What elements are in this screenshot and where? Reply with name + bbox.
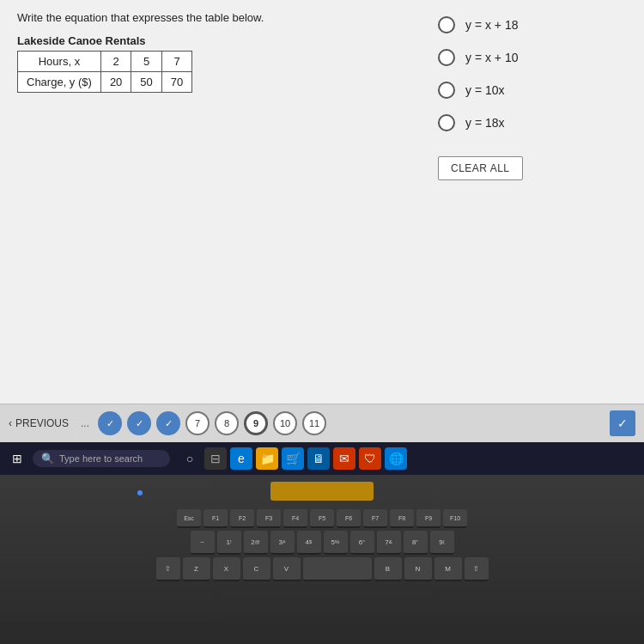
radio-3[interactable]: [438, 82, 455, 99]
charge-50: 50: [131, 72, 161, 93]
table-title: Lakeside Canoe Rentals: [17, 34, 404, 47]
key-4[interactable]: 4$: [297, 531, 321, 555]
canoe-table: Hours, x 2 5 7 Charge, y ($) 20 50 70: [17, 51, 192, 93]
question-area: Write the equation that expresses the ta…: [0, 0, 644, 404]
key-f9[interactable]: F9: [416, 509, 440, 528]
option-4[interactable]: y = 18x: [438, 111, 627, 135]
key-6[interactable]: 6^: [350, 531, 374, 555]
key-f1[interactable]: F1: [204, 509, 228, 528]
security-icon[interactable]: 🛡: [359, 447, 381, 470]
option-3-label: y = 10x: [465, 83, 505, 97]
search-icon: 🔍: [41, 453, 54, 465]
key-v[interactable]: V: [273, 557, 301, 581]
key-f5[interactable]: F5: [310, 509, 334, 528]
key-rshift[interactable]: ⇧: [465, 557, 489, 581]
key-c[interactable]: C: [243, 557, 270, 581]
left-panel: Write the equation that expresses the ta…: [0, 0, 421, 404]
header-2: 2: [100, 52, 131, 72]
nav-bubble-9[interactable]: 9: [244, 411, 268, 435]
nav-bubble-10[interactable]: 10: [273, 411, 297, 435]
cortana-icon[interactable]: ○: [179, 447, 201, 470]
next-button[interactable]: ✓: [610, 410, 635, 436]
radio-4[interactable]: [438, 114, 455, 131]
clear-all-button[interactable]: CLEAR ALL: [438, 156, 523, 180]
keyboard: Esc F1 F2 F3 F4 F5 F6 F7 F8 F9 F10 ~ 1! …: [0, 509, 644, 644]
windows-icon[interactable]: 🖥: [307, 447, 330, 470]
option-1[interactable]: y = x + 18: [438, 13, 627, 37]
laptop-body: Esc F1 F2 F3 F4 F5 F6 F7 F8 F9 F10 ~ 1! …: [0, 475, 644, 644]
option-4-label: y = 18x: [465, 116, 505, 130]
radio-2[interactable]: [438, 49, 455, 66]
charge-20: 20: [100, 72, 131, 93]
table-container: Lakeside Canoe Rentals Hours, x 2 5 7 Ch…: [17, 34, 404, 93]
mail-icon[interactable]: ✉: [333, 447, 355, 470]
key-f2[interactable]: F2: [230, 509, 254, 528]
edge-icon[interactable]: e: [230, 447, 252, 470]
nav-bubble-6[interactable]: [156, 411, 180, 435]
led-indicator: [137, 490, 143, 495]
previous-button[interactable]: ‹ PREVIOUS: [9, 417, 69, 429]
file-explorer-icon[interactable]: 📁: [256, 447, 278, 470]
header-5: 5: [131, 52, 161, 72]
number-key-row: ~ 1! 2@ 3# 4$ 5% 6^ 7& 8* 9(: [0, 531, 644, 555]
right-panel: y = x + 18 y = x + 10 y = 10x y = 18x CL…: [421, 0, 644, 404]
key-f8[interactable]: F8: [390, 509, 414, 528]
option-2[interactable]: y = x + 10: [438, 46, 627, 70]
key-f4[interactable]: F4: [283, 509, 307, 528]
key-2[interactable]: 2@: [244, 531, 268, 555]
taskbar-icons: ○ ⊟ e 📁 🛒 🖥 ✉ 🛡 🌐: [179, 447, 407, 470]
chevron-left-icon: ‹: [9, 417, 12, 429]
key-f10[interactable]: F10: [443, 509, 467, 528]
previous-label: PREVIOUS: [15, 417, 69, 429]
key-space[interactable]: [303, 557, 372, 581]
key-m[interactable]: M: [434, 557, 462, 581]
key-1[interactable]: 1!: [217, 531, 241, 555]
key-n[interactable]: N: [404, 557, 432, 581]
key-f6[interactable]: F6: [337, 509, 361, 528]
start-button[interactable]: ⊞: [7, 448, 27, 469]
task-view-icon[interactable]: ⊟: [204, 447, 227, 470]
radio-1[interactable]: [438, 16, 455, 33]
nav-bubble-7[interactable]: 7: [185, 411, 210, 435]
bottom-key-row: ⇧ Z X C V B N M ⇧: [0, 557, 644, 581]
option-3[interactable]: y = 10x: [438, 78, 627, 102]
nav-dots: ...: [81, 417, 89, 429]
key-shift[interactable]: ⇧: [156, 557, 180, 581]
store-icon[interactable]: 🛒: [282, 447, 304, 470]
touchpad: [270, 482, 374, 501]
charge-label: Charge, y ($): [18, 72, 101, 93]
taskbar: ⊞ 🔍 Type here to search ○ ⊟ e 📁 🛒 🖥 ✉ 🛡 …: [0, 442, 644, 475]
search-placeholder: Type here to search: [59, 453, 143, 464]
key-x[interactable]: X: [213, 557, 240, 581]
nav-bubble-8[interactable]: 8: [215, 411, 239, 435]
key-3[interactable]: 3#: [270, 531, 295, 555]
navigation-bar: ‹ PREVIOUS ... 7 8 9 10 11 ✓: [0, 404, 644, 442]
key-z[interactable]: Z: [183, 557, 210, 581]
key-7[interactable]: 7&: [377, 531, 401, 555]
instructions-text: Write the equation that expresses the ta…: [17, 10, 404, 26]
key-5[interactable]: 5%: [324, 531, 348, 555]
charge-70: 70: [161, 72, 191, 93]
header-7: 7: [161, 52, 191, 72]
key-f7[interactable]: F7: [363, 509, 387, 528]
key-b[interactable]: B: [374, 557, 402, 581]
nav-bubble-11[interactable]: 11: [302, 411, 326, 435]
nav-bubble-4[interactable]: [98, 411, 122, 435]
option-2-label: y = x + 10: [465, 51, 518, 64]
key-8[interactable]: 8*: [404, 531, 428, 555]
nav-bubble-5[interactable]: [127, 411, 151, 435]
screen: Write the equation that expresses the ta…: [0, 0, 644, 404]
header-label: Hours, x: [18, 52, 101, 72]
key-esc[interactable]: Esc: [177, 509, 201, 528]
key-tilde[interactable]: ~: [191, 531, 215, 555]
option-1-label: y = x + 18: [465, 18, 518, 32]
key-f3[interactable]: F3: [257, 509, 281, 528]
key-9[interactable]: 9(: [430, 531, 454, 555]
fn-key-row: Esc F1 F2 F3 F4 F5 F6 F7 F8 F9 F10: [0, 509, 644, 528]
network-icon[interactable]: 🌐: [385, 447, 407, 470]
taskbar-search-box[interactable]: 🔍 Type here to search: [33, 450, 170, 467]
